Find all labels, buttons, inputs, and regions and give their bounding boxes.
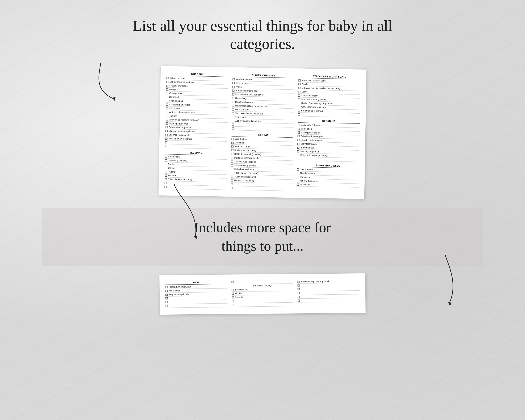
checkbox[interactable] (165, 174, 167, 176)
checkbox[interactable] (231, 138, 234, 140)
checkbox[interactable] (232, 105, 234, 107)
checkbox[interactable] (232, 89, 234, 92)
checkbox[interactable] (165, 170, 167, 173)
checkbox[interactable] (165, 137, 167, 140)
checkbox[interactable] (298, 124, 300, 126)
checkbox[interactable] (232, 93, 234, 95)
checkbox[interactable] (232, 123, 234, 126)
checkbox[interactable] (166, 84, 169, 86)
checkbox[interactable] (231, 281, 234, 283)
checkbox[interactable] (165, 155, 167, 158)
checkbox[interactable] (298, 87, 300, 89)
checkbox[interactable] (297, 168, 299, 170)
checkbox[interactable] (232, 116, 234, 118)
checkbox[interactable] (231, 176, 233, 178)
checkbox[interactable] (166, 130, 168, 132)
checkbox[interactable] (297, 150, 300, 152)
checkbox[interactable] (166, 103, 168, 105)
checkbox[interactable] (231, 164, 233, 166)
checkbox[interactable] (231, 179, 233, 181)
checkbox[interactable] (231, 183, 233, 185)
checkbox[interactable] (298, 83, 300, 85)
checkbox[interactable] (297, 146, 300, 149)
checkbox[interactable] (231, 145, 233, 147)
checkbox[interactable] (165, 178, 167, 180)
checkbox[interactable] (166, 77, 169, 79)
checkbox[interactable] (231, 149, 233, 151)
checkbox[interactable] (298, 94, 300, 96)
checkbox[interactable] (231, 157, 233, 159)
checkbox[interactable] (297, 183, 299, 186)
checkbox[interactable] (298, 91, 300, 93)
checkbox[interactable] (298, 109, 300, 112)
checkbox[interactable] (232, 300, 234, 302)
checkbox[interactable] (299, 79, 301, 81)
checkbox[interactable] (166, 301, 168, 303)
checkbox[interactable] (166, 305, 168, 307)
checkbox[interactable] (232, 101, 234, 103)
checkbox[interactable] (298, 102, 300, 104)
list-item: Laundry stain remover (298, 139, 359, 143)
checkbox[interactable] (298, 296, 300, 298)
checkbox[interactable] (166, 107, 168, 109)
checkbox[interactable] (298, 139, 300, 141)
checkbox[interactable] (232, 97, 234, 99)
checkbox[interactable] (298, 284, 300, 286)
checkbox[interactable] (298, 292, 300, 294)
checkbox[interactable] (165, 141, 167, 143)
checkbox[interactable] (233, 78, 234, 80)
checkbox[interactable] (298, 280, 300, 283)
checkbox[interactable] (166, 134, 168, 136)
checkbox[interactable] (166, 122, 168, 124)
checkbox[interactable] (165, 145, 167, 147)
checkbox[interactable] (232, 112, 234, 114)
checkbox[interactable] (166, 100, 168, 102)
checkbox[interactable] (297, 176, 299, 178)
checkbox[interactable] (166, 111, 168, 113)
checkbox[interactable] (298, 135, 300, 137)
checkbox[interactable] (166, 289, 168, 292)
checkbox[interactable] (298, 131, 300, 133)
list-item: Change table (166, 92, 228, 96)
checkbox[interactable] (232, 86, 234, 88)
checkbox[interactable] (297, 179, 299, 182)
checkbox[interactable] (297, 143, 300, 145)
checkbox[interactable] (297, 158, 299, 160)
checkbox[interactable] (166, 297, 168, 299)
checkbox[interactable] (232, 120, 234, 122)
list-item: Sweater (165, 174, 227, 178)
checkbox[interactable] (232, 127, 234, 129)
checkbox[interactable] (298, 106, 300, 108)
checkbox[interactable] (232, 304, 234, 306)
checkbox[interactable] (166, 293, 168, 296)
checkbox[interactable] (231, 289, 234, 291)
checkbox[interactable] (298, 288, 300, 290)
checkbox[interactable] (231, 153, 233, 155)
checkbox[interactable] (166, 115, 168, 117)
checkbox[interactable] (298, 299, 300, 302)
checkbox[interactable] (166, 126, 168, 128)
checkbox[interactable] (232, 292, 234, 294)
checkbox[interactable] (231, 187, 233, 189)
checkbox[interactable] (233, 82, 234, 84)
checkbox[interactable] (165, 163, 167, 165)
checkbox[interactable] (166, 81, 169, 83)
checkbox[interactable] (232, 296, 234, 298)
checkbox[interactable] (298, 113, 300, 115)
checkbox[interactable] (231, 168, 233, 170)
checkbox[interactable] (166, 286, 168, 288)
checkbox[interactable] (165, 159, 167, 161)
checkbox[interactable] (297, 154, 299, 156)
checkbox[interactable] (166, 96, 168, 98)
checkbox[interactable] (232, 108, 234, 111)
checkbox[interactable] (231, 160, 233, 163)
checkbox[interactable] (166, 92, 168, 94)
checkbox[interactable] (297, 172, 299, 174)
checkbox[interactable] (166, 88, 168, 90)
checkbox[interactable] (298, 128, 300, 130)
checkbox[interactable] (231, 141, 234, 144)
checkbox[interactable] (166, 118, 168, 121)
checkbox[interactable] (298, 98, 300, 100)
checkbox[interactable] (165, 167, 167, 169)
checkbox[interactable] (231, 172, 233, 174)
